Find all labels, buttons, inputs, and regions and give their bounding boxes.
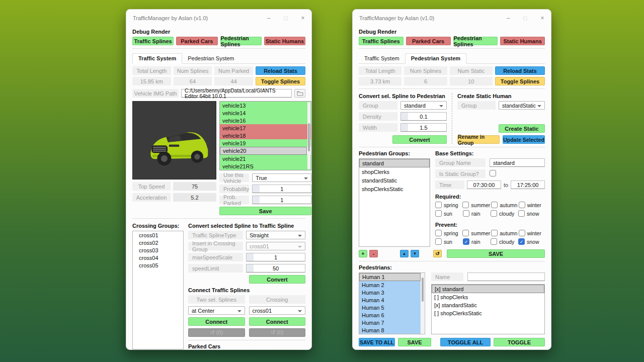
time-from-input[interactable]: 07:30:00	[467, 180, 501, 189]
titlebar[interactable]: TrafficManager by Aslan (v1.0) – □ ×	[126, 10, 311, 26]
scrollbar-thumb[interactable]	[422, 278, 424, 302]
minimize-button[interactable]: –	[260, 10, 277, 26]
debug-traffic-splines-button[interactable]: Traffic Splines	[359, 37, 404, 45]
membership-item-selected[interactable]: [x] standard	[432, 285, 544, 293]
required-sun-checkbox[interactable]	[435, 210, 442, 217]
human-list-item[interactable]: Human 2	[359, 281, 421, 289]
human-list-item-selected[interactable]: Human 1	[359, 273, 421, 281]
vehicle-list-item[interactable]: vehicle17	[220, 124, 311, 132]
prevent-sun-checkbox[interactable]	[435, 238, 442, 245]
close-button[interactable]: ×	[294, 10, 311, 26]
tab-pedestrian-system[interactable]: Pedestrian System	[182, 54, 239, 63]
tab-traffic-system[interactable]: Traffic System	[132, 53, 182, 64]
prevent-winter-checkbox[interactable]	[519, 230, 525, 236]
time-to-input[interactable]: 17:25:00	[511, 180, 545, 189]
use-vehicle-dropdown[interactable]: True	[252, 173, 311, 182]
save-group-button[interactable]: SAVE	[447, 249, 545, 258]
rename-in-group-button[interactable]: Rename in Group	[457, 135, 500, 144]
connect-crossing-dropdown[interactable]: cross01	[249, 306, 306, 315]
human-list-item[interactable]: Human 8	[359, 326, 421, 334]
required-winter-checkbox[interactable]	[519, 202, 525, 208]
required-rain-checkbox[interactable]	[463, 210, 469, 217]
pedestrian-group-item[interactable]: shopClerksStatic	[359, 185, 430, 193]
crossing-group-item[interactable]: cross04	[133, 254, 183, 261]
human-group-membership-list[interactable]: [x] standard [ ] shopClerks [x] standard…	[431, 284, 545, 334]
human-list-item[interactable]: Human 6	[359, 311, 421, 319]
maximize-button[interactable]: □	[277, 10, 294, 26]
is-static-group-checkbox[interactable]	[490, 170, 496, 176]
create-static-button[interactable]: Create Static	[499, 124, 545, 133]
reload-stats-button[interactable]: Reload Stats	[256, 66, 305, 75]
membership-item[interactable]: [ ] shopClerks	[432, 293, 544, 301]
vehicle-list-item[interactable]: vehicle13	[220, 102, 311, 109]
prevent-spring-checkbox[interactable]	[435, 230, 442, 236]
pedestrian-group-item[interactable]: standardStatic	[359, 176, 430, 185]
maximize-button[interactable]: □	[517, 10, 534, 26]
remove-group-button[interactable]: -	[369, 250, 378, 257]
vehicle-img-path-input[interactable]: C:/Users/benny/AppData/Local/GIANTS Edit…	[181, 89, 292, 98]
vehicle-list-item[interactable]: vehicle21	[220, 155, 311, 162]
move-group-up-button[interactable]: ▲	[400, 250, 409, 257]
pedestrians-list[interactable]: Human 1 Human 2 Human 3 Human 4 Human 5 …	[359, 273, 425, 334]
max-speed-scale-input[interactable]: 1	[246, 253, 305, 261]
toggle-all-button[interactable]: TOGGLE ALL	[440, 338, 491, 346]
toggle-button[interactable]: TOGGLE	[494, 338, 545, 346]
width-input[interactable]: 1.5	[400, 123, 447, 132]
vehicle-list-item[interactable]: vehicle19	[220, 139, 311, 147]
required-autumn-checkbox[interactable]	[491, 202, 498, 208]
crossing-group-item[interactable]: cross03	[133, 246, 183, 254]
debug-pedestrian-splines-button[interactable]: Pedestrian Splines	[220, 37, 262, 45]
scrollbar-thumb[interactable]	[308, 123, 310, 151]
vehicle-list[interactable]: vehicle13 vehicle14 vehicle16 vehicle17 …	[219, 101, 311, 170]
reload-stats-button[interactable]: Reload Stats	[495, 66, 545, 75]
insert-crossing-group-dropdown[interactable]: cross01	[246, 242, 305, 250]
membership-item[interactable]: [ ] shopClerksStatic	[432, 309, 544, 317]
toggle-splines-button[interactable]: Toggle Splines	[495, 77, 545, 85]
debug-static-humans-button[interactable]: Static Humans	[500, 37, 545, 45]
crossing-group-item[interactable]: cross05	[133, 261, 183, 269]
connect-position-dropdown[interactable]: at Center	[188, 306, 245, 315]
save-to-all-button[interactable]: SAVE TO ALL	[359, 338, 395, 346]
connect-crossing-button[interactable]: Connect	[249, 317, 306, 326]
crossing-group-item[interactable]: cross01	[133, 231, 183, 239]
prevent-cloudy-checkbox[interactable]	[491, 238, 497, 245]
static-group-dropdown[interactable]: standardStatic	[499, 101, 545, 110]
save-vehicle-button[interactable]: Save	[219, 207, 311, 215]
speed-limit-input[interactable]: 50	[246, 264, 305, 273]
pedestrian-group-dropdown[interactable]: standard	[400, 101, 447, 110]
human-list-item[interactable]: Human 5	[359, 304, 421, 311]
add-group-button[interactable]: +	[359, 250, 367, 257]
probability-input[interactable]: 1	[252, 185, 311, 193]
refresh-groups-button[interactable]: ↺	[433, 250, 442, 257]
crossing-group-item[interactable]: cross02	[133, 239, 183, 246]
debug-parked-cars-button[interactable]: Parked Cars	[406, 37, 451, 45]
close-button[interactable]: ×	[534, 10, 551, 26]
pedestrian-group-item[interactable]: shopClerks	[359, 167, 430, 176]
vehicle-list-item[interactable]: vehicle21RS	[220, 162, 311, 170]
tab-pedestrian-system[interactable]: Pedestrian System	[405, 53, 466, 64]
density-input[interactable]: 0.1	[400, 112, 447, 121]
browse-folder-button[interactable]	[294, 89, 305, 98]
human-list-item[interactable]: Human 4	[359, 296, 421, 304]
titlebar[interactable]: TrafficManager by Aslan (v1.0) – □ ×	[353, 10, 551, 26]
prob-parked-input[interactable]: 1	[252, 196, 311, 204]
save-pedestrian-button[interactable]: SAVE	[398, 338, 431, 346]
group-name-input[interactable]: standard	[490, 158, 545, 167]
prevent-summer-checkbox[interactable]	[462, 230, 469, 236]
human-name-input[interactable]	[467, 273, 545, 281]
required-snow-checkbox[interactable]	[518, 210, 525, 217]
crossing-groups-list[interactable]: cross01 cross02 cross03 cross04 cross05	[132, 231, 184, 349]
debug-traffic-splines-button[interactable]: Traffic Splines	[132, 37, 174, 45]
vehicle-list-scrollbar[interactable]	[307, 102, 310, 169]
minimize-button[interactable]: –	[500, 10, 517, 26]
move-group-down-button[interactable]: ▼	[411, 250, 419, 257]
debug-static-humans-button[interactable]: Static Humans	[264, 37, 305, 45]
toggle-splines-button[interactable]: Toggle Splines	[256, 77, 305, 85]
tab-traffic-system[interactable]: Traffic System	[359, 54, 405, 63]
vehicle-list-item[interactable]: vehicle16	[220, 117, 311, 124]
acceleration-value[interactable]: 5.2	[173, 193, 216, 202]
required-spring-checkbox[interactable]	[435, 202, 442, 208]
top-speed-value[interactable]: 75	[173, 182, 216, 191]
required-cloudy-checkbox[interactable]	[491, 210, 497, 217]
prevent-rain-checkbox[interactable]	[463, 238, 469, 245]
